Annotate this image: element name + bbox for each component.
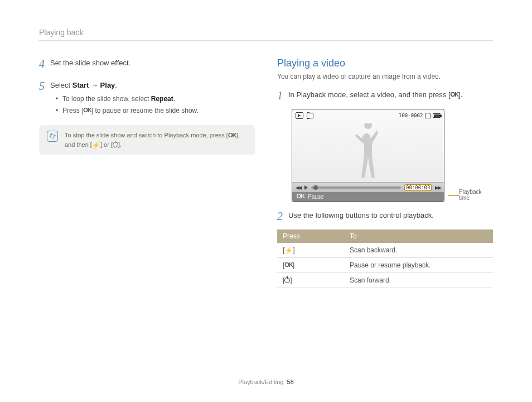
playback-time-badge: 00:00:03 (404, 184, 432, 191)
bullet-list: To loop the slide show, select Repeat. P… (50, 94, 255, 116)
top-left-icons (296, 112, 313, 119)
step-5: 5 Select Start → Play. To loop the slide… (39, 80, 255, 118)
start-label: Start (72, 81, 89, 89)
step-4: 4 Set the slide show effect. (39, 58, 255, 72)
step-number: 2 (277, 210, 288, 222)
timer-icon (284, 277, 290, 283)
section-subtitle: You can play a video or capture an image… (277, 73, 493, 80)
text: ]. (118, 141, 122, 148)
step-5-text: Select Start → Play. (50, 80, 255, 91)
top-right-status: 100-0002 (399, 113, 441, 118)
text: To stop the slide show and switch to Pla… (65, 132, 228, 138)
table-header-row: Press To (277, 229, 493, 243)
text: . (173, 95, 175, 103)
right-column: Playing a video You can play a video or … (277, 58, 493, 288)
film-icon (307, 113, 313, 118)
cell-press: [⚡] (277, 243, 344, 258)
ok-icon: OK (297, 193, 305, 199)
th-press: Press (277, 229, 344, 243)
content-columns: 4 Set the slide show effect. 5 Select St… (39, 58, 493, 288)
text: Select (50, 81, 72, 89)
step-number: 5 (39, 80, 50, 92)
playback-mode-icon (296, 112, 303, 119)
footer-section: Playback/Editing (238, 379, 283, 385)
video-illustration-wrap: 100-0002 ◀◀ 00:00:03 ▶▶ (277, 109, 493, 202)
callout: Playback time (448, 178, 493, 201)
ok-icon: OK (451, 92, 459, 98)
step-body: Select Start → Play. To loop the slide s… (50, 80, 255, 118)
page-footer: Playback/Editing 58 (0, 379, 532, 385)
step-number: 1 (277, 90, 288, 101)
step-1: 1 In Playback mode, select a video, and … (277, 89, 493, 101)
cell-to: Scan backward. (344, 243, 493, 258)
video-bottom-bar: OK Pause (292, 192, 444, 202)
video-top-bar: 100-0002 (296, 112, 441, 119)
timer-icon (113, 142, 118, 147)
forward-icon: ▶▶ (435, 185, 441, 190)
repeat-label: Repeat (151, 95, 173, 103)
cell-press: [] (277, 273, 344, 288)
video-body (296, 121, 441, 182)
step-text: In Playback mode, select a video, and th… (288, 89, 493, 100)
step-number: 4 (39, 58, 50, 69)
play-label: Play (100, 81, 115, 89)
text: To loop the slide show, select (62, 95, 151, 103)
ok-icon: OK (83, 107, 91, 113)
sd-card-icon (425, 113, 431, 118)
table-row: [⚡] Scan backward. (277, 243, 493, 258)
video-controls-bar: ◀◀ 00:00:03 ▶▶ (292, 182, 444, 192)
battery-icon (433, 113, 441, 118)
step-text: Use the following buttons to control pla… (288, 210, 493, 221)
cell-to: Scan forward. (344, 273, 493, 288)
note-text: To stop the slide show and switch to Pla… (65, 131, 247, 149)
flash-icon: ⚡ (284, 247, 293, 254)
bullet-item: To loop the slide show, select Repeat. (56, 94, 255, 104)
table-row: [OK] Pause or resume playback. (277, 258, 493, 273)
note-icon (47, 131, 58, 142)
video-frame: 100-0002 ◀◀ 00:00:03 ▶▶ (292, 109, 445, 202)
file-counter: 100-0002 (399, 113, 423, 118)
page-number: 58 (287, 379, 294, 385)
text: In Playback mode, select a video, and th… (288, 90, 451, 99)
note-box: To stop the slide show and switch to Pla… (39, 125, 255, 155)
cell-press: [OK] (277, 258, 344, 273)
cell-to: Pause or resume playback. (344, 258, 493, 273)
rewind-icon: ◀◀ (296, 185, 301, 190)
flash-icon: ⚡ (92, 142, 100, 149)
th-to: To (344, 229, 493, 243)
play-icon (304, 185, 308, 190)
step-text: Set the slide show effect. (50, 58, 255, 72)
text: ] or [ (100, 141, 113, 148)
progress-bar (311, 186, 401, 189)
section-title: Playing a video (277, 58, 493, 69)
step-2: 2 Use the following buttons to control p… (277, 210, 493, 222)
step-4-text: Set the slide show effect. (50, 58, 255, 69)
pause-label: Pause (308, 194, 323, 200)
text: Press [ (62, 107, 83, 114)
left-column: 4 Set the slide show effect. 5 Select St… (39, 58, 255, 288)
callout-label: Playback time (459, 189, 493, 201)
text: ]. (458, 90, 462, 99)
controls-table: Press To [⚡] Scan backward. [OK] Pause o… (277, 229, 493, 288)
bullet-item: Press [OK] to pause or resume the slide … (56, 106, 255, 116)
text: ] to pause or resume the slide show. (91, 107, 199, 114)
text: . (115, 81, 117, 89)
progress-handle (313, 185, 318, 190)
table-row: [] Scan forward. (277, 273, 493, 288)
page-header: Playing back (39, 28, 493, 41)
callout-line (448, 195, 459, 196)
ok-icon: OK (228, 132, 236, 138)
ok-icon: OK (284, 262, 293, 268)
person-silhouette (351, 123, 385, 182)
arrow: → (89, 81, 100, 89)
